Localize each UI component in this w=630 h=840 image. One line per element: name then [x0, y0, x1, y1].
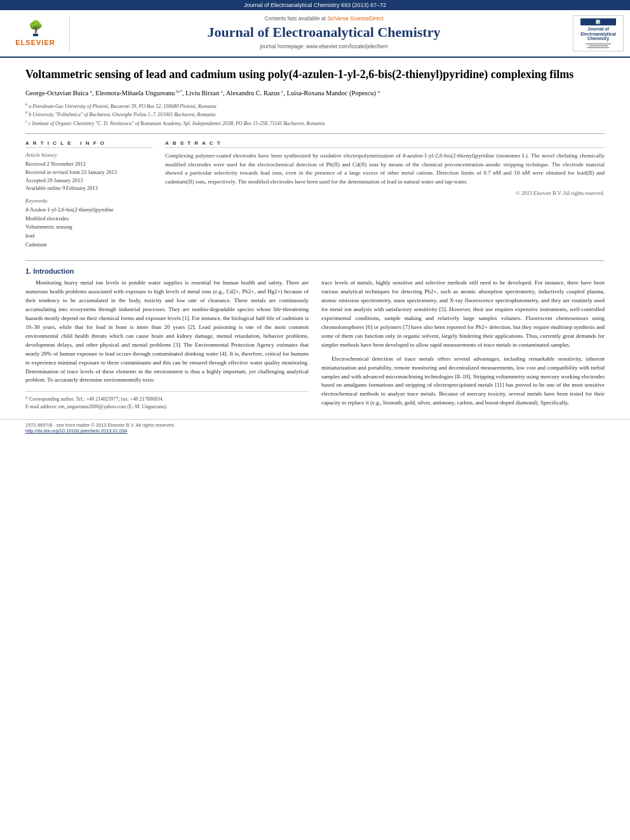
- mini-bar-3: [587, 47, 609, 48]
- body-para-3: Electrochemical detection of trace metal…: [321, 355, 605, 408]
- keyword-1: 4-Azulen-1-yl-2,6-bis(2-thienyl)pyridine: [25, 206, 152, 215]
- received-date: Received 2 November 2012: [25, 160, 152, 168]
- elsevier-wordmark: ELSEVIER: [15, 39, 55, 46]
- abstract-col: A B S T R A C T Complexing polymer-coate…: [165, 140, 605, 254]
- keyword-4: lead: [25, 232, 152, 241]
- body-col-left: Monitoring heavy metal ion levels in pot…: [25, 279, 309, 413]
- journal-homepage: journal homepage: www.elsevier.com/locat…: [81, 43, 566, 50]
- affiliations: a a Petroleum-Gas University of Ploiesti…: [25, 101, 605, 128]
- section-divider: [25, 260, 605, 261]
- author-buica: George-Octavian Buica a: [25, 90, 92, 97]
- footer-doi[interactable]: http://dx.doi.org/10.1016/j.jelechem.201…: [25, 428, 128, 434]
- section1-heading: 1. Introduction: [25, 267, 605, 275]
- footnote-section: * Corresponding author. Tel.: +40 214023…: [25, 391, 309, 411]
- footnote-star: * Corresponding author. Tel.: +40 214023…: [25, 396, 309, 403]
- journal-banner: Journal of Electroanalytical Chemistry 6…: [0, 0, 630, 10]
- author-ungureanu: Eleonora-Mihaela Ungureanu b,*: [95, 90, 182, 97]
- history-label: Article history:: [25, 152, 152, 158]
- authors-line: George-Octavian Buica a, Eleonora-Mihael…: [25, 88, 605, 98]
- accepted-date: Accepted 29 January 2013: [25, 177, 152, 185]
- abstract-text: Complexing polymer-coated electrodes hav…: [165, 152, 605, 186]
- body-para-1: Monitoring heavy metal ion levels in pot…: [25, 279, 309, 385]
- footer-rights: 1572-6657/$ - see front matter © 2013 El…: [25, 422, 175, 428]
- keyword-3: Voltammetric sensing: [25, 223, 152, 232]
- body-col-right: trace levels of metals, highly sensitive…: [321, 279, 605, 413]
- author-birzan: Liviu Birzan c: [185, 90, 223, 97]
- banner-text: Journal of Electroanalytical Chemistry 6…: [244, 2, 386, 8]
- body-columns: Monitoring heavy metal ion levels in pot…: [25, 279, 605, 413]
- article-history-group: Article history: Received 2 November 201…: [25, 152, 152, 192]
- affiliation-b: b b University "Politehnica" of Buchares…: [25, 109, 605, 118]
- article-info-label: A R T I C L E I N F O: [25, 140, 152, 148]
- abstract-label: A B S T R A C T: [165, 140, 605, 148]
- main-body: 1. Introduction Monitoring heavy metal i…: [0, 267, 630, 413]
- footer: 1572-6657/$ - see front matter © 2013 El…: [0, 419, 630, 436]
- divider: [25, 133, 605, 134]
- keywords-label: Keywords:: [25, 197, 152, 204]
- keyword-5: Cadmium: [25, 241, 152, 250]
- keywords-group: Keywords: 4-Azulen-1-yl-2,6-bis(2-thieny…: [25, 197, 152, 249]
- article-title: Voltammetric sensing of lead and cadmium…: [25, 67, 605, 82]
- elsevier-box: [33, 34, 38, 36]
- mini-bar-1: [586, 43, 611, 44]
- affiliation-a: a a Petroleum-Gas University of Ploiesti…: [25, 101, 605, 110]
- copyright-line: © 2013 Elsevier B.V. All rights reserved…: [165, 190, 605, 196]
- article-content: Voltammetric sensing of lead and cadmium…: [0, 58, 630, 260]
- journal-mini-logo-box: 📊 Journal ofElectroanalyticalChemistry: [573, 15, 624, 51]
- revised-date: Received in revised form 23 January 2013: [25, 168, 152, 177]
- mini-logo-icon: 📊: [580, 18, 616, 25]
- article-info-col: A R T I C L E I N F O Article history: R…: [25, 140, 152, 254]
- available-date: Available online 9 February 2013: [25, 184, 152, 192]
- sciverse-link[interactable]: SciVerse ScienceDirect: [327, 15, 383, 22]
- author-razus: Alexandru C. Razus c: [226, 90, 284, 97]
- article-meta-section: A R T I C L E I N F O Article history: R…: [25, 140, 605, 254]
- sciverse-line: Contents lists available at SciVerse Sci…: [81, 15, 566, 22]
- journal-title: Journal of Electroanalytical Chemistry: [81, 24, 566, 41]
- keyword-2: Modified electrodes: [25, 215, 152, 223]
- author-mandoc: Luisa-Roxana Mandoc (Popescu) a: [287, 90, 380, 97]
- footnote-email: E-mail address: em_ungureanu2000@yahoo.c…: [25, 403, 309, 411]
- tree-icon: 🌳: [29, 21, 43, 32]
- mini-bar-2: [589, 45, 608, 46]
- journal-header: 🌳 ELSEVIER Contents lists available at S…: [0, 10, 630, 58]
- mini-journal-title: Journal ofElectroanalyticalChemistry: [580, 27, 616, 41]
- header-center: Contents lists available at SciVerse Sci…: [75, 15, 573, 51]
- elsevier-logo: 🌳 ELSEVIER: [6, 15, 70, 51]
- body-para-2: trace levels of metals, highly sensitive…: [321, 279, 605, 350]
- affiliation-c: c c Institute of Organic Chemistry "C. D…: [25, 118, 605, 127]
